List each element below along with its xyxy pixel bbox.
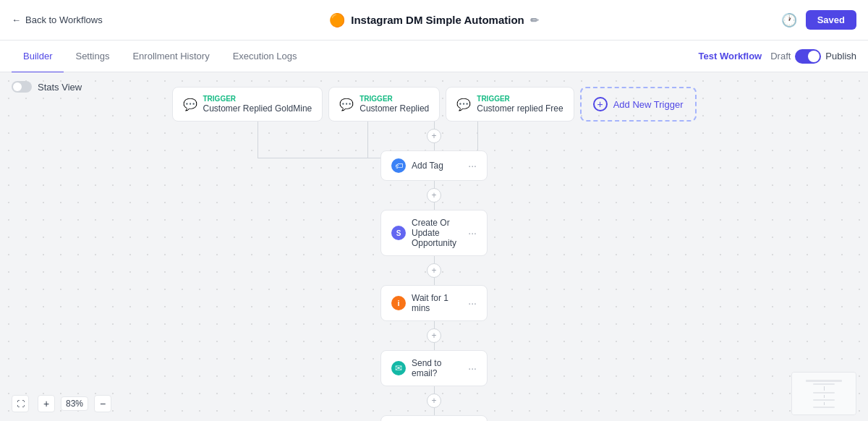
trigger-text-1: Trigger Customer Replied (359, 95, 429, 114)
add-step-3[interactable]: + (427, 328, 441, 343)
publish-toggle[interactable] (795, 49, 821, 64)
title-emoji: 🟠 (329, 12, 345, 28)
add-new-trigger-button[interactable]: + Add New Trigger (580, 87, 697, 122)
create-opportunity-icon: S (391, 226, 406, 240)
back-to-workflows-button[interactable]: ← Back to Workflows (12, 14, 103, 25)
canvas: Stats View 💬 Trigger Customer Replied Go… (0, 72, 868, 421)
stats-view-toggle: Stats View (12, 81, 82, 93)
action-name-send-email: Send to email? (412, 358, 462, 378)
draft-label: Draft (770, 51, 791, 61)
trigger-card-2[interactable]: 💬 Trigger Customer replied Free (446, 87, 574, 122)
send-email-icon: ✉ (391, 361, 406, 375)
trigger-icon-2: 💬 (456, 98, 471, 111)
tab-builder[interactable]: Builder (12, 41, 64, 73)
back-arrow-icon: ← (12, 14, 21, 25)
tab-execution-logs[interactable]: Execution Logs (221, 41, 309, 73)
add-tag-more-options[interactable]: ··· (468, 160, 477, 171)
create-opportunity-more-options[interactable]: ··· (468, 227, 477, 239)
action-name-add-tag: Add Tag (412, 161, 462, 171)
trigger-row: 💬 Trigger Customer Replied GoldMine 💬 Tr… (171, 87, 698, 122)
add-step-1[interactable]: + (427, 188, 441, 203)
trigger-text-0: Trigger Customer Replied GoldMine (203, 95, 312, 114)
workflow-title: Instagram DM Simple Automation (351, 14, 524, 26)
trigger-card-0[interactable]: 💬 Trigger Customer Replied GoldMine (172, 87, 323, 122)
tab-settings[interactable]: Settings (64, 41, 121, 73)
add-step-2[interactable]: + (427, 263, 441, 278)
trigger-name-1: Customer Replied (359, 103, 429, 114)
stats-toggle-input[interactable] (12, 81, 32, 93)
trigger-label-0: Trigger (203, 95, 312, 103)
action-card-send-email[interactable]: ✉ Send to email? ··· (380, 350, 488, 386)
trigger-icon-1: 💬 (339, 98, 354, 111)
action-card-add-tag[interactable]: 🏷 Add Tag ··· (380, 150, 488, 181)
add-step-4[interactable]: + (427, 394, 441, 408)
action-card-create-opportunity[interactable]: S Create Or Update Opportunity ··· (380, 210, 488, 256)
add-trigger-label: Add New Trigger (613, 99, 684, 110)
trigger-card-1[interactable]: 💬 Trigger Customer Replied (328, 87, 440, 122)
connector-2: + (427, 256, 441, 285)
add-trigger-plus-icon: + (593, 97, 608, 111)
saved-button[interactable]: Saved (806, 10, 856, 30)
action-card-wait-7[interactable]: i Wait for 7 mins ··· (380, 415, 488, 421)
tabs-right: Test Workflow Draft Publish (699, 49, 856, 64)
mini-map-content (792, 373, 856, 414)
action-card-wait-1[interactable]: i Wait for 1 mins ··· (380, 285, 488, 321)
connector-4: + (427, 386, 441, 415)
connector-1: + (427, 181, 441, 210)
connector-after-triggers: + (427, 122, 441, 150)
fullscreen-button[interactable]: ⛶ (12, 395, 29, 412)
test-workflow-button[interactable]: Test Workflow (699, 51, 762, 61)
wait-1-more-options[interactable]: ··· (468, 297, 477, 309)
trigger-name-2: Customer replied Free (477, 103, 563, 114)
stats-view-label: Stats View (38, 82, 82, 93)
wait-1-icon: i (391, 296, 406, 310)
zoom-out-button[interactable]: − (94, 395, 111, 412)
zoom-controls: ⛶ + 83% − (12, 395, 111, 412)
tabs-left: Builder Settings Enrollment History Exec… (12, 41, 309, 72)
header-right: 🕐 Saved (781, 10, 856, 30)
header: ← Back to Workflows 🟠 Instagram DM Simpl… (0, 0, 868, 41)
trigger-label-2: Trigger (477, 95, 563, 103)
back-label: Back to Workflows (25, 14, 103, 25)
trigger-icon-0: 💬 (183, 98, 197, 111)
history-icon[interactable]: 🕐 (781, 12, 797, 28)
connector-3: + (427, 321, 441, 350)
add-step-after-trigger[interactable]: + (427, 129, 441, 143)
header-title: 🟠 Instagram DM Simple Automation ✏ (329, 12, 538, 28)
add-tag-icon: 🏷 (391, 158, 406, 173)
trigger-text-2: Trigger Customer replied Free (477, 95, 563, 114)
trigger-name-0: Customer Replied GoldMine (203, 103, 312, 114)
trigger-label-1: Trigger (359, 95, 429, 103)
mini-map (791, 372, 856, 415)
edit-title-icon[interactable]: ✏ (530, 14, 539, 26)
action-name-create-opportunity: Create Or Update Opportunity (412, 218, 462, 248)
zoom-level-display: 83% (61, 396, 88, 411)
draft-publish-toggle: Draft Publish (770, 49, 856, 64)
publish-label: Publish (825, 51, 856, 61)
zoom-in-button[interactable]: + (38, 395, 55, 412)
tabs-bar: Builder Settings Enrollment History Exec… (0, 41, 868, 72)
flow-container: 💬 Trigger Customer Replied GoldMine 💬 Tr… (0, 72, 868, 421)
tab-enrollment-history[interactable]: Enrollment History (121, 41, 221, 73)
send-email-more-options[interactable]: ··· (468, 362, 477, 374)
action-name-wait-1: Wait for 1 mins (412, 293, 462, 313)
